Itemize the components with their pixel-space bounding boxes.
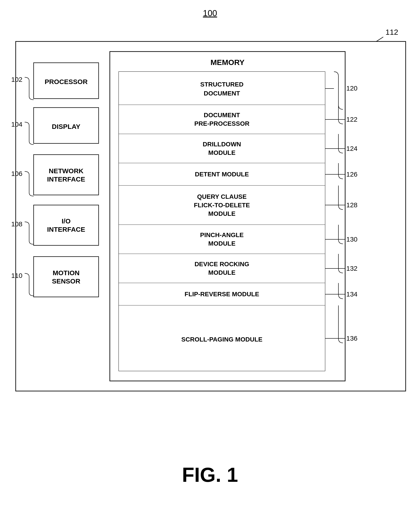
scroll-paging-label: SCROLL-PAGING MODULE — [181, 336, 262, 343]
module-row-pinch-angle — [119, 225, 325, 254]
device-rocking-line2: MODULE — [208, 269, 235, 276]
network-interface-box — [34, 155, 99, 195]
label-108: 108 — [11, 220, 22, 228]
network-interface-label-line2: INTERFACE — [47, 176, 85, 183]
io-interface-label-line1: I/O — [62, 217, 71, 225]
query-clause-line1: QUERY CLAUSE — [197, 193, 247, 200]
memory-label: MEMORY — [210, 58, 245, 67]
num-132: 132 — [346, 265, 358, 272]
processor-label: PROCESSOR — [45, 78, 88, 85]
label-102: 102 — [11, 76, 22, 83]
module-row-drilldown — [119, 134, 325, 163]
num-126: 126 — [346, 171, 358, 178]
num-136: 136 — [346, 334, 358, 342]
motion-sensor-label-line2: SENSOR — [52, 277, 81, 285]
pinch-angle-line2: MODULE — [208, 240, 235, 247]
drilldown-module-line2: MODULE — [208, 149, 235, 156]
module-row-document-preprocessor — [119, 105, 325, 134]
label-104: 104 — [11, 121, 22, 128]
structured-document-line1: STRUCTURED — [200, 81, 244, 88]
page-container: 100 112 102 PROCESSOR 104 DISPLAY 106 NE… — [0, 0, 420, 519]
device-rocking-line1: DEVICE ROCKING — [195, 261, 249, 267]
num-128: 128 — [346, 201, 358, 209]
module-row-structured-document — [119, 72, 325, 105]
fig-label: FIG. 1 — [182, 464, 238, 486]
motion-sensor-box — [34, 257, 99, 297]
query-clause-line2: FLICK-TO-DELETE — [194, 202, 250, 209]
memory-box-label-112: 112 — [385, 28, 398, 36]
document-preprocessor-line2: PRE-PROCESSOR — [194, 120, 249, 127]
display-label: DISPLAY — [52, 123, 80, 130]
query-clause-line3: MODULE — [208, 210, 235, 217]
io-interface-box — [34, 205, 99, 245]
num-124: 124 — [346, 145, 358, 152]
flip-reverse-label: FLIP-REVERSE MODULE — [185, 291, 259, 298]
drilldown-module-line1: DRILLDOWN — [202, 141, 241, 148]
document-preprocessor-line1: DOCUMENT — [204, 111, 240, 119]
diagram-svg: 100 112 102 PROCESSOR 104 DISPLAY 106 NE… — [0, 0, 420, 519]
num-130: 130 — [346, 236, 358, 243]
io-interface-label-line2: INTERFACE — [47, 226, 85, 233]
num-120: 120 — [346, 84, 358, 92]
label-110: 110 — [11, 272, 22, 279]
num-134: 134 — [346, 290, 358, 298]
network-interface-label-line1: NETWORK — [49, 167, 84, 175]
diagram-top-label: 100 — [203, 8, 217, 18]
num-122: 122 — [346, 116, 358, 123]
pinch-angle-line1: PINCH-ANGLE — [200, 231, 244, 238]
detent-module-label: DETENT MODULE — [195, 171, 249, 178]
label-106: 106 — [11, 170, 22, 177]
motion-sensor-label-line1: MOTION — [53, 269, 80, 276]
module-row-device-rocking — [119, 254, 325, 283]
structured-document-line2: DOCUMENT — [204, 90, 240, 97]
